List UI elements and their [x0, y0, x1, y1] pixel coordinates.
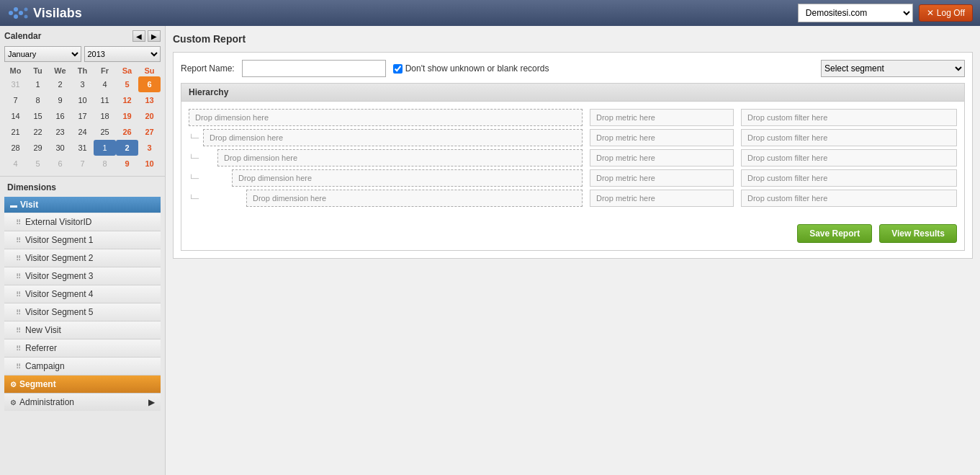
connector-line: └─	[189, 154, 199, 162]
cal-day-cell[interactable]: 7	[71, 156, 94, 172]
cal-day-cell[interactable]: 13	[138, 92, 161, 108]
cal-day-cell[interactable]: 12	[116, 92, 138, 108]
dimension-item[interactable]: ⠿External VisitorID	[4, 213, 161, 231]
cal-day-cell[interactable]: 9	[49, 92, 71, 108]
drag-handle-icon: ⠿	[16, 363, 21, 370]
hierarchy-title: Hierarchy	[181, 84, 964, 102]
metric-drop-zone[interactable]: Drop metric here	[590, 190, 734, 207]
cal-day-cell[interactable]: 10	[138, 156, 161, 172]
site-selector[interactable]: Demositesi.com	[798, 4, 913, 22]
cal-day-cell[interactable]: 8	[27, 92, 49, 108]
drag-handle-icon: ⠿	[16, 290, 21, 298]
dimension-drop-zone[interactable]: Drop dimension here	[246, 190, 583, 207]
cal-day-cell[interactable]: 23	[49, 124, 71, 140]
dont-show-label[interactable]: Don't show unknown or blank records	[393, 63, 814, 74]
cal-day-cell[interactable]: 15	[27, 108, 49, 124]
calendar-prev-button[interactable]: ◀	[132, 30, 145, 42]
cal-day-cell[interactable]: 8	[94, 156, 116, 172]
cal-day-cell[interactable]: 3	[138, 140, 161, 156]
cal-day-cell[interactable]: 18	[94, 108, 116, 124]
metric-drop-zone[interactable]: Drop metric here	[590, 169, 734, 187]
segment-icon: ⚙	[10, 381, 17, 389]
cal-day-cell[interactable]: 28	[4, 140, 27, 156]
calendar-next-button[interactable]: ▶	[148, 30, 161, 42]
cal-day-cell[interactable]: 27	[138, 124, 161, 140]
cal-day-cell[interactable]: 21	[4, 124, 27, 140]
cal-day-cell[interactable]: 20	[138, 108, 161, 124]
metric-drop-zone[interactable]: Drop metric here	[590, 149, 734, 167]
dimension-item[interactable]: ⠿New Visit	[4, 321, 161, 339]
cal-day-cell[interactable]: 26	[116, 124, 138, 140]
cal-day-cell[interactable]: 1	[27, 76, 49, 92]
cal-header-mo: Mo	[4, 65, 27, 76]
dimension-drop-zone[interactable]: Drop dimension here	[203, 129, 583, 146]
cal-day-cell[interactable]: 16	[49, 108, 71, 124]
cal-day-cell[interactable]: 4	[94, 76, 116, 92]
report-name-row: Report Name: Don't show unknown or blank…	[181, 60, 965, 77]
cal-day-cell[interactable]: 2	[116, 140, 138, 156]
filter-drop-zone[interactable]: Drop custom filter here	[741, 169, 957, 187]
dimension-item-label: Visitor Segment 5	[25, 307, 94, 317]
administration-item[interactable]: ⚙ Administration ▶	[4, 393, 161, 411]
cal-day-cell[interactable]: 31	[4, 76, 27, 92]
hierarchy-body: Drop dimension here└─Drop dimension here…	[181, 102, 964, 217]
cal-day-cell[interactable]: 30	[49, 140, 71, 156]
cal-day-cell[interactable]: 2	[49, 76, 71, 92]
view-results-button[interactable]: View Results	[879, 224, 957, 243]
cal-day-cell[interactable]: 9	[116, 156, 138, 172]
cal-day-cell[interactable]: 11	[94, 92, 116, 108]
metric-drop-zone[interactable]: Drop metric here	[590, 109, 734, 126]
dimension-item[interactable]: ⠿Visitor Segment 3	[4, 267, 161, 285]
cal-day-cell[interactable]: 5	[116, 76, 138, 92]
filter-drop-zone[interactable]: Drop custom filter here	[741, 190, 957, 207]
x-icon: ✕	[927, 8, 934, 18]
cal-day-cell[interactable]: 24	[71, 124, 94, 140]
cal-day-cell[interactable]: 7	[4, 92, 27, 108]
dimension-drop-zone[interactable]: Drop dimension here	[189, 109, 583, 126]
filter-drop-zone[interactable]: Drop custom filter here	[741, 109, 957, 126]
year-select[interactable]: 20112012201320142015	[84, 46, 161, 62]
dont-show-checkbox[interactable]	[393, 64, 403, 74]
dimension-item[interactable]: ⠿Campaign	[4, 358, 161, 376]
dimension-item[interactable]: ⠿Visitor Segment 2	[4, 249, 161, 267]
cal-day-cell[interactable]: 17	[71, 108, 94, 124]
dimension-drop-zone[interactable]: Drop dimension here	[217, 149, 583, 167]
cal-day-cell[interactable]: 4	[4, 156, 27, 172]
logoff-button[interactable]: ✕ Log Off	[919, 4, 973, 22]
cal-day-cell[interactable]: 31	[71, 140, 94, 156]
dimension-item[interactable]: ⠿Referrer	[4, 339, 161, 358]
cal-day-cell[interactable]: 14	[4, 108, 27, 124]
header: Visilabs Demositesi.com ✕ Log Off	[0, 0, 980, 26]
cal-day-cell[interactable]: 19	[116, 108, 138, 124]
metrics-drop-col: Drop metric hereDrop metric hereDrop met…	[590, 109, 734, 210]
segment-item[interactable]: ⚙ Segment	[4, 376, 161, 393]
segment-select[interactable]: Select segment	[821, 60, 965, 77]
report-name-input[interactable]	[242, 60, 386, 77]
metric-drop-zone[interactable]: Drop metric here	[590, 129, 734, 146]
cal-day-cell[interactable]: 5	[27, 156, 49, 172]
cal-day-cell[interactable]: 10	[71, 92, 94, 108]
dimension-item[interactable]: ⠿Visitor Segment 5	[4, 303, 161, 321]
visit-group-header[interactable]: ▬ Visit	[4, 197, 161, 213]
cal-day-cell[interactable]: 25	[94, 124, 116, 140]
cal-day-cell[interactable]: 3	[71, 76, 94, 92]
cal-day-cell[interactable]: 6	[138, 76, 161, 92]
svg-point-5	[24, 15, 28, 19]
indent-spacer: └─	[189, 193, 246, 203]
cal-day-cell[interactable]: 6	[49, 156, 71, 172]
cal-day-cell[interactable]: 22	[27, 124, 49, 140]
dimension-item-label: New Visit	[25, 325, 61, 335]
calendar-body: 3112345678910111213141516171819202122232…	[4, 76, 161, 172]
indent-spacer: └─	[189, 153, 217, 163]
dimension-item[interactable]: ⠿Visitor Segment 4	[4, 285, 161, 303]
dimension-drop-zone[interactable]: Drop dimension here	[232, 169, 583, 187]
save-report-button[interactable]: Save Report	[797, 224, 872, 243]
cal-day-cell[interactable]: 1	[94, 140, 116, 156]
filter-drop-zone[interactable]: Drop custom filter here	[741, 149, 957, 167]
cal-day-cell[interactable]: 29	[27, 140, 49, 156]
filter-drop-zone[interactable]: Drop custom filter here	[741, 129, 957, 146]
month-select[interactable]: JanuaryFebruaryMarch AprilMayJune JulyAu…	[4, 46, 81, 62]
actions-row: Save Report View Results	[181, 224, 964, 250]
dimension-drop-row: └─Drop dimension here	[189, 169, 583, 187]
dimension-item[interactable]: ⠿Visitor Segment 1	[4, 231, 161, 249]
